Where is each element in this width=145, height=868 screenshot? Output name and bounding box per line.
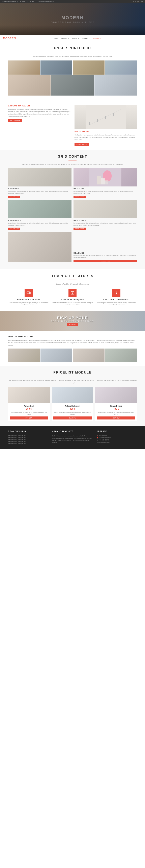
features-divider (69, 280, 76, 280)
portfolio-section: UNSER PORTFOLIO Looking portfolio is the… (0, 41, 145, 101)
feature-responsive-desc: A fully responsive layout that adapts pe… (8, 302, 49, 306)
grid-item-2: HEADLINE Lorem ipsum sit amet, consenter… (73, 168, 137, 198)
hero-shelf (0, 25, 145, 35)
grid-divider (69, 160, 76, 160)
techniques-svg (70, 291, 75, 295)
feature-lightweight-title: Fast and Lightweight (96, 299, 137, 301)
portfolio-img-5[interactable] (8, 75, 50, 96)
portfolio-title: UNSER PORTFOLIO (8, 46, 137, 50)
grid-item-4: HEADLINE 4 Lorem ipsum dolor sit amet, c… (73, 200, 137, 230)
price-name-3: Reaxo Dinner (97, 405, 135, 407)
price-content-1: Relaxo Seat 150 € Lorem ipsum dolor sit … (8, 403, 50, 421)
nav-kontakt[interactable]: Kontakt ▼ (82, 37, 90, 39)
top-bar-info5: info@beispielseite.com (38, 1, 54, 2)
price-content-3: Reaxo Dinner 400 € Lorem ipsum dolor sit… (95, 403, 137, 421)
footer-link-2[interactable]: Sample Link 2 - Sample Text (8, 437, 48, 438)
grid-desc-5: Lorem ipsum dolor sit amet, consec ipsum… (73, 255, 137, 259)
grid-img-chair-plant (8, 232, 72, 262)
hamburger-menu[interactable]: ☰ (139, 36, 142, 40)
mega-menu-button[interactable]: Read More (74, 143, 89, 146)
nav-menu: Home Magazin ▼ Galerie ▼ Kontakt ▼ Templ… (54, 37, 102, 39)
top-bar-info3: Tel: +49 123 456789 (19, 1, 34, 2)
footer-col1-title: 5 Sample Links (8, 430, 48, 433)
buy-btn-1[interactable]: Buy Now (10, 416, 48, 420)
footer-col2-text: Built with Joomla! A free template for y… (52, 435, 93, 444)
portfolio-img-6[interactable] (51, 75, 94, 96)
portfolio-img-3[interactable] (73, 60, 105, 74)
owl-img-1[interactable] (8, 348, 40, 362)
grid-btn-4[interactable]: Read More (73, 227, 86, 230)
layout-manager-text: LAYOUT MANAGER This Joomla Template is a… (8, 104, 71, 122)
price-name-1: Relaxo Seat (10, 405, 48, 407)
svg-rect-7 (97, 119, 98, 122)
balloon-svg (73, 168, 137, 186)
grid-row-1: HEADLINE Lorem ipsum sit amet, consenter… (8, 168, 137, 198)
portfolio-img-4[interactable] (105, 60, 137, 74)
grid-desc-1: Lorem ipsum sit amet, consenter adipisci… (8, 190, 72, 194)
buy-btn-2[interactable]: Buy Now (53, 416, 92, 420)
layout-mega-section: LAYOUT MANAGER This Joomla Template is a… (0, 101, 145, 150)
layout-manager-button[interactable]: Read More (8, 119, 22, 122)
grid-row-2: HEADLINE 3 Lorem ipsum sit amet, consent… (8, 200, 137, 230)
grid-btn-1[interactable]: Read More (8, 196, 20, 198)
stairs-image-container: MEGA MENU Configuring the mega menu is b… (74, 104, 137, 146)
svg-rect-17 (29, 292, 30, 294)
layout-manager-desc: This Joomla Template is a powerfull and … (8, 108, 71, 118)
feature-techniques: Latest Techniques This template built wi… (52, 289, 93, 306)
portfolio-img-1[interactable] (8, 60, 40, 74)
grid-headline-1: HEADLINE (8, 188, 72, 190)
rss-icon[interactable]: rss (141, 1, 143, 2)
pickup-line1: PICK UP YOUR (51, 316, 94, 320)
nav-logo[interactable]: MODERN (3, 37, 16, 40)
price-val-2: 490 € (53, 408, 92, 410)
footer-email: ✉ info@beispiel.com (97, 441, 137, 443)
svg-rect-19 (71, 291, 74, 295)
top-bar-info4: | (36, 1, 36, 2)
pricelist-section: PRICELIST MODULE The Joom! includes feat… (0, 366, 145, 426)
svg-rect-5 (114, 113, 122, 113)
feature-lightweight: Fast and Lightweight Well designed and c… (96, 289, 137, 306)
pickup-line2: OF THE JOOMLA TEMPLATE TODAY! (51, 320, 94, 322)
facebook-icon[interactable]: f (133, 1, 134, 2)
footer-link-4[interactable]: Sample Link 4 - Sample Text (8, 441, 48, 442)
owl-img-4[interactable] (105, 348, 137, 362)
lightning-svg (114, 291, 119, 295)
top-bar: An der Demo-Seite | Tel: +49 123 456789 … (0, 0, 145, 3)
grid-headline-3: HEADLINE 3 (8, 219, 72, 221)
svg-rect-13 (97, 176, 101, 184)
pricelist-divider (69, 376, 76, 376)
svg-rect-15 (105, 180, 108, 184)
lightning-icon (112, 289, 120, 297)
price-val-1: 150 € (10, 408, 48, 410)
grid-btn-5[interactable]: Read More (73, 260, 137, 262)
features-subtitle: Clean - Flexible - Powerfull - Responsiv… (8, 283, 137, 285)
portfolio-img-7[interactable] (95, 75, 137, 96)
owl-img-2[interactable] (40, 348, 72, 362)
svg-rect-8 (105, 116, 106, 119)
price-item-2: Relaxo Bathroom 490 € Lorem ipsum dolor … (52, 387, 94, 421)
grid-btn-2[interactable]: Read More (73, 196, 86, 198)
twitter-icon[interactable]: t (135, 1, 136, 2)
grid-btn-3[interactable]: Read More (8, 227, 20, 230)
footer-col3-title: Adresse (97, 430, 137, 433)
top-bar-info2: | (17, 1, 18, 2)
footer-link-3[interactable]: Sample Link 3 - Sample Text (8, 439, 48, 440)
nav-magazin[interactable]: Magazin ▼ (61, 37, 69, 39)
owl-img-3[interactable] (73, 348, 105, 362)
nav-home[interactable]: Home (54, 37, 58, 39)
footer-link-5[interactable]: Sample Link 5 - Sample Text (8, 443, 48, 444)
grid-row-3: HEADLINE Lorem ipsum dolor sit amet, con… (8, 232, 137, 262)
nav-cta[interactable]: Template ▼ (93, 37, 102, 39)
footer-link-1[interactable]: Sample Link 1 - Sample Text (8, 435, 48, 436)
feature-responsive: Responsive Design A fully responsive lay… (8, 289, 49, 306)
grid-item-3: HEADLINE 3 Lorem ipsum sit amet, consent… (8, 200, 72, 230)
buy-btn-3[interactable]: Buy Now (97, 416, 135, 420)
googleplus-icon[interactable]: g+ (137, 1, 139, 2)
svg-marker-23 (115, 291, 117, 295)
nav-galerie[interactable]: Galerie ▼ (72, 37, 79, 39)
stairs-image (74, 104, 137, 129)
pickup-button[interactable]: Buy Now (67, 323, 78, 327)
portfolio-img-2[interactable] (40, 60, 72, 74)
svg-rect-6 (89, 122, 89, 125)
pricelist-title: PRICELIST MODULE (8, 371, 137, 374)
